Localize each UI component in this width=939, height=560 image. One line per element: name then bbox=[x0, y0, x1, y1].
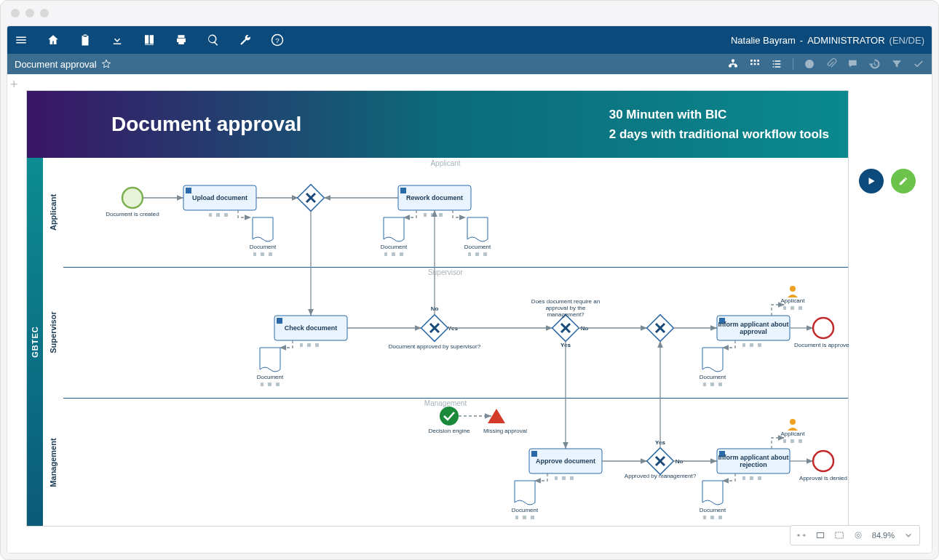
lane1-label: Applicant bbox=[49, 194, 58, 231]
svg-text:Approved by management?: Approved by management? bbox=[625, 473, 697, 479]
svg-text:?: ? bbox=[275, 36, 280, 44]
svg-text:Document is approved: Document is approved bbox=[794, 342, 849, 348]
svg-text:Document: Document bbox=[464, 244, 491, 250]
info-icon[interactable] bbox=[804, 58, 815, 70]
bpmn-canvas[interactable]: Document approval 30 Minuten with BIC 2 … bbox=[26, 90, 849, 527]
swimlanes: Applicant Supervisor Management Applican… bbox=[43, 158, 848, 526]
clipboard-icon[interactable] bbox=[79, 33, 92, 47]
print-icon[interactable] bbox=[175, 33, 188, 47]
start-event[interactable] bbox=[122, 188, 143, 208]
search-icon[interactable] bbox=[207, 33, 220, 47]
svg-text:Rework document: Rework document bbox=[406, 194, 463, 201]
svg-text:Approval is denied: Approval is denied bbox=[799, 475, 847, 481]
window-titlebar bbox=[1, 1, 938, 25]
svg-text:Approve document: Approve document bbox=[536, 457, 595, 465]
list-icon[interactable] bbox=[771, 58, 782, 70]
svg-text:Document: Document bbox=[700, 507, 726, 513]
window-close-dot[interactable] bbox=[11, 9, 20, 17]
menu-icon[interactable] bbox=[15, 33, 28, 47]
favorite-icon[interactable] bbox=[101, 59, 111, 69]
bpmn-diagram: Document is created Upload document Docu… bbox=[63, 158, 849, 527]
pool-label-bar: GBTEC bbox=[27, 158, 43, 526]
svg-rect-44 bbox=[504, 420, 506, 421]
svg-text:Upload document: Upload document bbox=[192, 194, 247, 201]
download-icon[interactable] bbox=[111, 33, 124, 47]
lane3-label: Management bbox=[49, 438, 58, 487]
svg-point-2 bbox=[805, 60, 814, 68]
svg-rect-61 bbox=[817, 533, 823, 538]
app-frame: ? Natalie Bayram - ADMINISTRATOR (EN/DE)… bbox=[7, 25, 932, 553]
canvas-area[interactable]: + Document approval 30 Minuten with BIC … bbox=[7, 74, 932, 553]
user-role: ADMINISTRATOR bbox=[807, 35, 884, 46]
chevron-down-icon[interactable] bbox=[903, 530, 914, 540]
home-icon[interactable] bbox=[47, 33, 60, 47]
svg-rect-46 bbox=[531, 451, 537, 457]
hierarchy-icon[interactable] bbox=[727, 58, 739, 70]
wrench-icon[interactable] bbox=[239, 33, 252, 47]
user-info[interactable]: Natalie Bayram - ADMINISTRATOR (EN/DE) bbox=[731, 35, 924, 46]
banner-line2: 2 days with traditional workflow tools bbox=[609, 124, 829, 144]
browser-window: ? Natalie Bayram - ADMINISTRATOR (EN/DE)… bbox=[0, 0, 939, 560]
book-icon[interactable] bbox=[143, 33, 156, 47]
fit-screen-icon[interactable] bbox=[815, 530, 825, 540]
svg-rect-62 bbox=[836, 532, 844, 538]
zoom-level[interactable]: 84.9% bbox=[872, 531, 895, 540]
user-name: Natalie Bayram bbox=[731, 35, 796, 46]
svg-text:Document: Document bbox=[700, 374, 726, 380]
svg-text:Document: Document bbox=[512, 507, 539, 513]
svg-text:Applicant: Applicant bbox=[781, 431, 806, 437]
gateway-supervisor-approved[interactable] bbox=[421, 315, 448, 342]
page-title: Document approval bbox=[15, 59, 97, 70]
breadcrumb-bar: Document approval bbox=[7, 54, 932, 74]
banner-title: Document approval bbox=[111, 113, 301, 136]
window-min-dot[interactable] bbox=[25, 9, 34, 17]
svg-text:Applicant: Applicant bbox=[781, 297, 806, 304]
banner-line1: 30 Minuten with BIC bbox=[609, 105, 829, 124]
window-max-dot[interactable] bbox=[40, 9, 49, 17]
fit-rect-icon[interactable] bbox=[834, 530, 844, 540]
gateway-merge-sup[interactable] bbox=[647, 315, 674, 342]
check-icon[interactable] bbox=[913, 58, 924, 70]
svg-text:Document is created: Document is created bbox=[106, 211, 159, 217]
banner: Document approval 30 Minuten with BIC 2 … bbox=[27, 91, 848, 158]
help-icon[interactable]: ? bbox=[271, 33, 284, 47]
history-icon[interactable] bbox=[869, 58, 881, 70]
gateway-merge-top[interactable] bbox=[298, 185, 325, 212]
attachment-icon[interactable] bbox=[825, 58, 837, 70]
svg-text:Check document: Check document bbox=[285, 324, 338, 332]
svg-text:Document: Document bbox=[250, 244, 277, 250]
svg-rect-10 bbox=[186, 188, 191, 193]
fit-width-icon[interactable] bbox=[796, 530, 807, 540]
svg-point-64 bbox=[855, 532, 861, 538]
svg-rect-43 bbox=[504, 412, 506, 418]
comment-icon[interactable] bbox=[847, 58, 859, 70]
svg-text:Document approved by superviso: Document approved by supervisor? bbox=[389, 343, 481, 350]
grid-icon[interactable] bbox=[749, 58, 761, 70]
add-element-icon[interactable]: + bbox=[10, 77, 18, 92]
svg-text:Missing approval: Missing approval bbox=[483, 428, 527, 434]
svg-text:Decision engine: Decision engine bbox=[429, 428, 470, 434]
svg-point-63 bbox=[857, 534, 860, 537]
svg-rect-20 bbox=[277, 318, 282, 324]
decision-engine-icon bbox=[440, 407, 459, 425]
svg-rect-15 bbox=[400, 188, 406, 193]
gateway-mgmt-approved[interactable] bbox=[647, 448, 674, 475]
end-event-denied[interactable] bbox=[813, 451, 833, 471]
top-navbar: ? Natalie Bayram - ADMINISTRATOR (EN/DE) bbox=[7, 26, 932, 54]
floating-actions bbox=[859, 169, 916, 193]
user-lang: (EN/DE) bbox=[890, 35, 924, 46]
lane2-label: Supervisor bbox=[49, 311, 58, 353]
pool-name: GBTEC bbox=[31, 326, 39, 358]
filter-icon[interactable] bbox=[891, 58, 903, 70]
end-event-approved[interactable] bbox=[813, 318, 833, 338]
svg-text:Does document require anapprov: Does document require anapproval by them… bbox=[531, 298, 600, 318]
svg-text:Document: Document bbox=[257, 374, 284, 380]
play-button[interactable] bbox=[859, 169, 884, 193]
edit-button[interactable] bbox=[891, 169, 916, 193]
center-icon[interactable] bbox=[853, 530, 863, 540]
gateway-require-mgmt[interactable] bbox=[552, 315, 579, 342]
zoom-toolbar: 84.9% bbox=[790, 525, 920, 545]
svg-text:Document: Document bbox=[381, 244, 408, 250]
